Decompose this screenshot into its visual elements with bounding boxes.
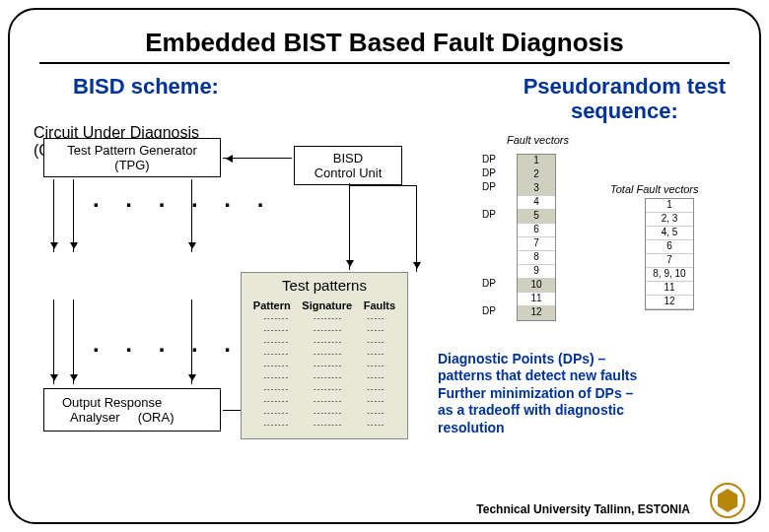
dots-row-1: · · · · · · <box>93 191 273 219</box>
tp-h2: Signature <box>302 299 352 311</box>
dp2: DP <box>482 167 496 178</box>
arrow-bisd-down <box>349 183 350 270</box>
tp-rows: -------------------- -------------------… <box>242 311 407 433</box>
desc-l3: Further minimization of DPs – <box>438 385 724 403</box>
divider <box>39 62 730 64</box>
line-right-down <box>416 185 417 272</box>
dp10: DP <box>482 278 496 289</box>
tp-h3: Faults <box>364 299 395 311</box>
headers-row: BISD scheme: Pseudorandom test sequence: <box>34 74 735 124</box>
ora-box: Output Response Analyser (ORA) <box>43 388 221 432</box>
bisd-line1: BISD <box>303 151 393 166</box>
ora-line2: Analyser (ORA) <box>52 410 212 425</box>
dp3: DP <box>482 181 496 192</box>
dp5: DP <box>482 209 496 220</box>
fv-col: 1 2 3 4 5 6 7 8 9 10 11 12 <box>517 154 556 321</box>
line-top-h <box>349 185 416 186</box>
bisd-box: BISD Control Unit <box>294 146 402 185</box>
footer-text: Technical University Tallinn, ESTONIA <box>476 502 690 516</box>
arrow-bisd-to-tpg <box>223 158 292 159</box>
left-heading: BISD scheme: <box>73 74 219 124</box>
ora-line1: Output Response <box>52 395 212 410</box>
right-heading-l1: Pseudorandom test <box>524 74 726 99</box>
desc-l4: as a tradeoff with diagnostic <box>438 402 724 420</box>
bisd-line2: Control Unit <box>303 166 393 180</box>
tpg-line1: Test Pattern Generator <box>52 143 212 158</box>
fault-vectors-box: Fault vectors Total Fault vectors 1 2 3 … <box>428 134 724 331</box>
slide-frame: Embedded BIST Based Fault Diagnosis BISD… <box>8 8 761 524</box>
content-area: Test Pattern Generator (TPG) BISD Contro… <box>34 124 735 479</box>
tpg-line2: (TPG) <box>52 158 212 172</box>
slide-title: Embedded BIST Based Fault Diagnosis <box>34 28 735 58</box>
fv-title: Fault vectors <box>507 134 569 146</box>
right-heading: Pseudorandom test sequence: <box>524 74 726 124</box>
university-logo-icon <box>710 483 745 518</box>
fv-rtitle: Total Fault vectors <box>610 183 698 195</box>
right-heading-l2: sequence: <box>524 99 726 123</box>
fv-right-col: 1 2, 3 4, 5 6 7 8, 9, 10 11 12 <box>645 198 694 310</box>
desc-l1: Diagnostic Points (DPs) – <box>438 351 724 368</box>
desc-l5: resolution <box>438 420 724 437</box>
desc-l2: patterns that detect new faults <box>438 367 724 385</box>
tp-header: Pattern Signature Faults <box>242 299 407 311</box>
tp-title: Test patterns <box>242 277 407 294</box>
tpg-box: Test Pattern Generator (TPG) <box>43 138 221 177</box>
dp12: DP <box>482 305 496 316</box>
description: Diagnostic Points (DPs) – patterns that … <box>438 351 724 437</box>
tp-h1: Pattern <box>253 299 291 311</box>
test-patterns-box: Test patterns Pattern Signature Faults -… <box>241 272 408 439</box>
dp1: DP <box>482 154 496 165</box>
